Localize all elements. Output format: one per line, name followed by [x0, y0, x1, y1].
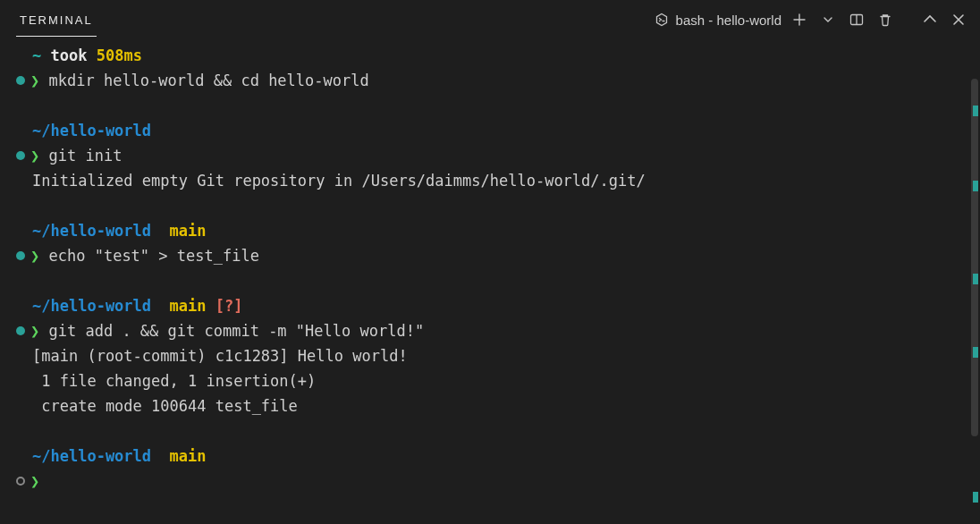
terminal-tab[interactable]: TERMINAL — [16, 3, 97, 37]
prompt-arrow-icon: ❯ — [30, 147, 39, 165]
bash-icon — [655, 13, 669, 27]
prompt-cwd: ~/hello-world — [32, 447, 151, 465]
git-branch-name: main — [170, 297, 207, 315]
prompt-cwd: ~/hello-world — [32, 222, 151, 240]
prompt-cwd: ~/hello-world — [32, 122, 151, 139]
timing-value: 508ms — [97, 46, 142, 64]
scroll-marker — [973, 347, 978, 358]
scroll-marker — [973, 492, 978, 503]
output-line: Initialized empty Git repository in /Use… — [16, 168, 964, 193]
prompt-arrow-icon: ❯ — [30, 72, 39, 89]
panel-close-button[interactable] — [948, 9, 969, 30]
prompt-arrow-icon: ❯ — [30, 247, 39, 265]
status-dot-icon — [16, 326, 25, 335]
command-line: ❯ git init — [16, 143, 964, 168]
new-terminal-dropdown[interactable] — [817, 9, 839, 30]
blank-line — [16, 268, 964, 293]
kill-terminal-button[interactable] — [874, 9, 896, 30]
scroll-marker — [973, 181, 978, 191]
command-text: mkdir hello-world && cd hello-world — [49, 72, 369, 89]
output-text: create mode 100644 test_file — [32, 397, 298, 415]
command-text: echo "test" > test_file — [49, 247, 259, 265]
panel-collapse-button[interactable] — [919, 9, 941, 30]
prompt-line: ~/hello-world — [16, 118, 964, 143]
output-line: [main (root-commit) c1c1283] Hello world… — [16, 343, 964, 368]
new-terminal-button[interactable] — [789, 9, 810, 30]
status-dot-icon — [16, 76, 25, 85]
output-text: Initialized empty Git repository in /Use… — [32, 172, 646, 190]
took-label: took — [51, 46, 88, 64]
prompt-arrow-icon: ❯ — [30, 322, 39, 340]
blank-line — [16, 193, 964, 218]
git-status-indicator: [?] — [215, 297, 243, 315]
scrollbar-thumb[interactable] — [971, 79, 978, 436]
scroll-marker — [973, 106, 978, 116]
command-line-active[interactable]: ❯ — [16, 469, 964, 494]
prompt-cwd: ~/hello-world — [32, 297, 151, 315]
terminal-output[interactable]: ~ took 508ms ❯ mkdir hello-world && cd h… — [0, 39, 980, 494]
status-dot-hollow-icon — [16, 477, 25, 486]
output-line: 1 file changed, 1 insertion(+) — [16, 368, 964, 393]
status-dot-icon — [16, 151, 25, 160]
blank-line — [16, 418, 964, 444]
output-text: 1 file changed, 1 insertion(+) — [32, 372, 316, 390]
command-text: git init — [49, 147, 122, 165]
prompt-line: ~/hello-world main — [16, 444, 964, 469]
command-line: ❯ git add . && git commit -m "Hello worl… — [16, 318, 964, 343]
terminal-titlebar: TERMINAL bash - hello-world — [0, 0, 980, 39]
status-dot-icon — [16, 251, 25, 260]
prompt-line: ~/hello-world main [?] — [16, 293, 964, 318]
scroll-marker — [973, 274, 978, 284]
command-text: git add . && git commit -m "Hello world!… — [49, 322, 425, 340]
command-line: ❯ echo "test" > test_file — [16, 243, 964, 268]
shell-label-text: bash - hello-world — [676, 13, 781, 28]
output-line: create mode 100644 test_file — [16, 393, 964, 418]
git-branch-name: main — [170, 447, 207, 465]
terminal-scrollbar[interactable] — [969, 43, 980, 508]
prompt-cwd: ~ — [32, 46, 41, 64]
blank-line — [16, 93, 964, 118]
output-text: [main (root-commit) c1c1283] Hello world… — [32, 347, 408, 365]
prompt-line: ~/hello-world main — [16, 218, 964, 243]
split-terminal-button[interactable] — [846, 9, 867, 30]
git-branch-name: main — [170, 222, 207, 240]
command-line: ❯ mkdir hello-world && cd hello-world — [16, 68, 964, 93]
shell-label[interactable]: bash - hello-world — [655, 13, 781, 28]
prompt-line: ~ took 508ms — [16, 43, 964, 68]
prompt-arrow-icon: ❯ — [30, 472, 39, 490]
